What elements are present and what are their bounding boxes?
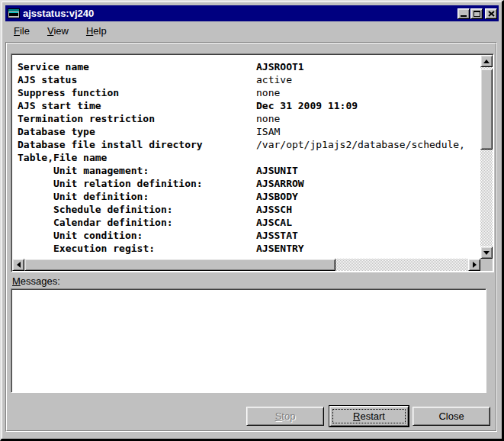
status-label: Unit definition: xyxy=(18,190,256,203)
down-arrow-icon xyxy=(483,251,490,255)
status-row: Execution regist:AJSENTRY xyxy=(18,242,480,255)
status-row: Database file install directory/var/opt/… xyxy=(18,138,480,151)
status-value: none xyxy=(256,86,280,99)
status-value: AJSSTAT xyxy=(256,229,298,242)
status-label: Database file install directory xyxy=(18,138,256,151)
status-text-panel[interactable]: Service nameAJSROOT1 AJS statusactive Su… xyxy=(11,53,494,272)
stop-button[interactable]: Stop xyxy=(246,407,324,426)
menu-help[interactable]: Help xyxy=(81,24,112,38)
vertical-scroll-thumb[interactable] xyxy=(480,69,493,150)
status-row: Unit management:AJSUNIT xyxy=(18,164,480,177)
status-label: Calendar definition: xyxy=(18,216,256,229)
close-window-button[interactable] xyxy=(485,8,497,19)
scroll-left-button[interactable] xyxy=(12,259,24,271)
status-value: Dec 31 2009 11:09 xyxy=(256,99,358,112)
status-label: AJS start time xyxy=(18,99,256,112)
status-value: AJSUNIT xyxy=(256,164,298,177)
status-label: Database type xyxy=(18,125,256,138)
status-row: Termination restrictionnone xyxy=(18,112,480,125)
menu-view[interactable]: View xyxy=(42,24,74,38)
status-value: active xyxy=(256,73,292,86)
status-label: Schedule definition: xyxy=(18,203,256,216)
status-label: Service name xyxy=(18,60,256,73)
status-label: Unit management: xyxy=(18,164,256,177)
maximize-button[interactable] xyxy=(470,8,483,19)
status-value: AJSBODY xyxy=(256,190,298,203)
status-row: AJS start timeDec 31 2009 11:09 xyxy=(18,99,480,112)
right-arrow-icon xyxy=(473,262,477,268)
scrollbar-corner xyxy=(480,259,493,271)
status-row: Unit condition:AJSSTAT xyxy=(18,229,480,242)
status-label: Execution regist: xyxy=(18,242,256,255)
up-arrow-icon xyxy=(483,60,490,63)
status-label: Unit relation definition: xyxy=(18,177,256,190)
status-label: Termination restriction xyxy=(18,112,256,125)
scroll-down-button[interactable] xyxy=(480,246,493,259)
status-value: AJSROOT1 xyxy=(256,60,304,73)
scroll-right-button[interactable] xyxy=(468,259,480,271)
app-window: ajsstatus:vj240 File View Help Service n… xyxy=(0,0,504,441)
messages-box[interactable] xyxy=(11,288,486,393)
status-row: AJS statusactive xyxy=(18,73,480,86)
menu-file[interactable]: File xyxy=(8,24,35,38)
minimize-icon xyxy=(461,15,467,17)
status-label: Suppress function xyxy=(18,86,256,99)
app-icon-screen xyxy=(9,12,18,16)
window-controls xyxy=(457,8,497,19)
status-label: Table,File name xyxy=(18,151,256,164)
restart-button-default-ring: Restart xyxy=(329,405,409,427)
status-row: Schedule definition:AJSSCH xyxy=(18,203,480,216)
window-title: ajsstatus:vj240 xyxy=(23,8,457,19)
status-value: none xyxy=(256,112,280,125)
horizontal-scrollbar[interactable] xyxy=(12,259,480,271)
left-arrow-icon xyxy=(17,262,21,268)
app-icon-bar xyxy=(8,9,19,11)
close-icon xyxy=(488,11,495,17)
messages-label: Messages: xyxy=(12,275,60,288)
status-value: AJSARROW xyxy=(256,177,304,190)
status-value: ISAM xyxy=(256,125,280,138)
status-text-content: Service nameAJSROOT1 AJS statusactive Su… xyxy=(12,55,480,259)
status-row: Suppress functionnone xyxy=(18,86,480,99)
status-row: Service nameAJSROOT1 xyxy=(18,60,480,73)
horizontal-scroll-thumb[interactable] xyxy=(24,259,335,271)
app-icon[interactable] xyxy=(8,8,20,18)
close-button[interactable]: Close xyxy=(413,407,490,426)
status-row: Unit definition:AJSBODY xyxy=(18,190,480,203)
minimize-button[interactable] xyxy=(457,8,470,19)
status-value: AJSSCH xyxy=(256,203,292,216)
status-row: Unit relation definition:AJSARROW xyxy=(18,177,480,190)
status-row: Database typeISAM xyxy=(18,125,480,138)
status-value: /var/opt/jp1ajs2/database/schedule, xyxy=(256,138,465,151)
status-row: Calendar definition:AJSCAL xyxy=(18,216,480,229)
title-bar[interactable]: ajsstatus:vj240 xyxy=(5,5,499,21)
maximize-icon xyxy=(474,11,480,17)
status-value: AJSCAL xyxy=(256,216,292,229)
status-value: AJSENTRY xyxy=(256,242,304,255)
scroll-up-button[interactable] xyxy=(480,55,493,67)
status-label: AJS status xyxy=(18,73,256,86)
restart-button[interactable]: Restart xyxy=(329,406,409,427)
menu-bar: File View Help xyxy=(5,23,119,38)
vertical-scrollbar[interactable] xyxy=(480,55,493,259)
status-label: Unit condition: xyxy=(18,229,256,242)
status-row: Table,File name xyxy=(18,151,480,164)
